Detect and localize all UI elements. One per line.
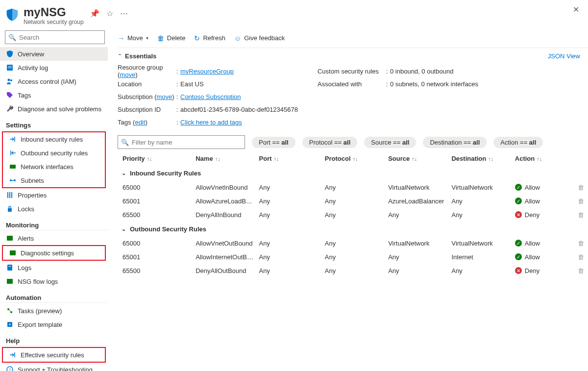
essentials-key: Resource group (move) (118, 64, 176, 78)
refresh-button[interactable]: ↻Refresh (194, 34, 225, 42)
sidebar-item-label: Effective security rules (21, 351, 84, 359)
filter-name-input[interactable] (132, 139, 242, 146)
filter-pill[interactable]: Source == all (364, 137, 416, 148)
sidebar-search-input[interactable] (19, 34, 101, 41)
sidebar-item-label: Network interfaces (21, 163, 74, 171)
delete-row-icon[interactable]: 🗑 (578, 267, 584, 274)
col-priority[interactable]: Priority (122, 155, 145, 162)
col-action[interactable]: Action (515, 155, 535, 162)
export-icon (6, 321, 14, 328)
delete-row-icon[interactable]: 🗑 (578, 253, 584, 261)
filter-input[interactable]: 🔍 (118, 135, 245, 149)
svg-rect-15 (8, 266, 11, 267)
sidebar-item-label: Diagnostic settings (21, 249, 74, 257)
sidebar-item-subnets[interactable]: Subnets (3, 173, 105, 187)
delete-row-icon[interactable]: 🗑 (578, 198, 584, 205)
sort-icon[interactable]: ↑↓ (147, 156, 152, 162)
close-button[interactable]: ✕ (573, 5, 579, 14)
sort-icon[interactable]: ↑↓ (215, 156, 220, 162)
sidebar-item-diagnose-and-solve-problems[interactable]: Diagnose and solve problems (0, 102, 108, 116)
sidebar-item-support-troubleshooting[interactable]: ?Support + Troubleshooting (0, 363, 108, 371)
sidebar-search[interactable]: 🔍 (5, 30, 105, 44)
essentials-key: Location (118, 80, 176, 88)
rule-row[interactable]: 65000AllowVnetOutBoundAnyAnyVirtualNetwo… (118, 236, 588, 250)
essentials-toggle[interactable]: ⌃ Essentials JSON View (118, 48, 588, 64)
col-port[interactable]: Port (259, 155, 272, 162)
sidebar-item-outbound-security-rules[interactable]: Outbound security rules (3, 146, 105, 160)
sidebar-item-tasks-preview-[interactable]: Tasks (preview) (0, 304, 108, 318)
move-link[interactable]: move (156, 93, 172, 100)
filter-pill[interactable]: Protocol == all (302, 137, 358, 148)
sidebar-item-effective-security-rules[interactable]: Effective security rules (3, 348, 105, 362)
settings-header: Settings (0, 116, 108, 130)
monitoring-header: Monitoring (0, 216, 108, 230)
automation-header: Automation (0, 288, 108, 303)
essentials-key: Associated with (318, 80, 386, 88)
rule-row[interactable]: 65000AllowVnetInBoundAnyAnyVirtualNetwor… (118, 180, 588, 194)
out-icon (9, 149, 17, 157)
rule-row[interactable]: 65500DenyAllOutBoundAnyAnyAnyAny✕Deny🗑 (118, 264, 588, 277)
json-view-link[interactable]: JSON View (548, 52, 580, 60)
sidebar-item-label: Logs (18, 264, 31, 272)
sort-icon[interactable]: ↑↓ (412, 156, 417, 162)
allow-icon: ✓ (515, 184, 522, 191)
sidebar-item-overview[interactable]: Overview (0, 47, 108, 61)
sort-icon[interactable]: ↑↓ (537, 156, 542, 162)
sidebar-item-label: Tasks (preview) (18, 307, 62, 315)
delete-button[interactable]: 🗑Delete (157, 34, 186, 42)
rule-group-header[interactable]: ⌄Inbound Security Rules (118, 166, 588, 180)
edit-link[interactable]: edit (135, 119, 145, 126)
sidebar-item-nsg-flow-logs[interactable]: NSG flow logs (0, 274, 108, 288)
props-icon (6, 191, 14, 199)
filter-pill[interactable]: Action == all (493, 137, 543, 148)
sidebar-item-label: Activity log (18, 64, 48, 72)
sort-icon[interactable]: ↑↓ (353, 156, 358, 162)
lock-icon (6, 205, 14, 213)
support-icon: ? (6, 366, 14, 371)
sidebar-item-label: Locks (18, 205, 34, 213)
col-protocol[interactable]: Protocol (325, 155, 351, 162)
feedback-icon: ☺ (234, 34, 241, 42)
sidebar-item-network-interfaces[interactable]: Network interfaces (3, 160, 105, 173)
sidebar-item-inbound-security-rules[interactable]: Inbound security rules (3, 132, 105, 146)
in-icon (9, 135, 17, 143)
sort-icon[interactable]: ↑↓ (488, 156, 493, 162)
allow-icon: ✓ (515, 198, 522, 204)
rule-row[interactable]: 65500DenyAllInBoundAnyAnyAnyAny✕Deny🗑 (118, 208, 588, 222)
sidebar-item-tags[interactable]: Tags (0, 88, 108, 102)
essentials-value[interactable]: myResourceGroup (180, 68, 234, 75)
filter-pill[interactable]: Port == all (252, 137, 295, 148)
more-icon[interactable]: ⋯ (120, 9, 128, 18)
move-button[interactable]: →Move▾ (118, 34, 148, 42)
allow-icon: ✓ (515, 253, 522, 260)
feedback-button[interactable]: ☺Give feedback (234, 34, 285, 42)
essentials-value[interactable]: Click here to add tags (180, 119, 242, 126)
sidebar-item-export-template[interactable]: Export template (0, 318, 108, 331)
deny-icon: ✕ (515, 211, 522, 218)
col-name[interactable]: Name (196, 155, 213, 162)
pin-icon[interactable]: 📌 (90, 9, 99, 18)
rule-group-header[interactable]: ⌄Outbound Security Rules (118, 222, 588, 236)
delete-row-icon[interactable]: 🗑 (578, 240, 584, 247)
sort-icon[interactable]: ↑↓ (274, 156, 279, 162)
rule-row[interactable]: 65001AllowInternetOutBoundAnyAnyAnyInter… (118, 250, 588, 264)
filter-pill[interactable]: Destination == all (423, 137, 487, 148)
rule-row[interactable]: 65001AllowAzureLoadBalanc…AnyAnyAzureLoa… (118, 194, 588, 208)
col-source[interactable]: Source (388, 155, 410, 162)
star-icon[interactable]: ☆ (106, 9, 113, 18)
sidebar-item-label: Inbound security rules (21, 136, 83, 143)
sidebar-item-alerts[interactable]: Alerts (0, 231, 108, 245)
sidebar-item-activity-log[interactable]: Activity log (0, 61, 108, 74)
sidebar-item-properties[interactable]: Properties (0, 188, 108, 202)
people-icon (6, 77, 14, 85)
diag-icon (9, 249, 17, 257)
sidebar-item-diagnostic-settings[interactable]: Diagnostic settings (3, 246, 105, 260)
sidebar-item-access-control-iam-[interactable]: Access control (IAM) (0, 74, 108, 88)
refresh-icon: ↻ (194, 34, 200, 42)
essentials-value[interactable]: Contoso Subscription (180, 93, 241, 100)
delete-row-icon[interactable]: 🗑 (578, 184, 584, 191)
delete-row-icon[interactable]: 🗑 (578, 211, 584, 219)
col-destination[interactable]: Destination (451, 155, 486, 162)
sidebar-item-logs[interactable]: Logs (0, 261, 108, 274)
sidebar-item-locks[interactable]: Locks (0, 202, 108, 216)
